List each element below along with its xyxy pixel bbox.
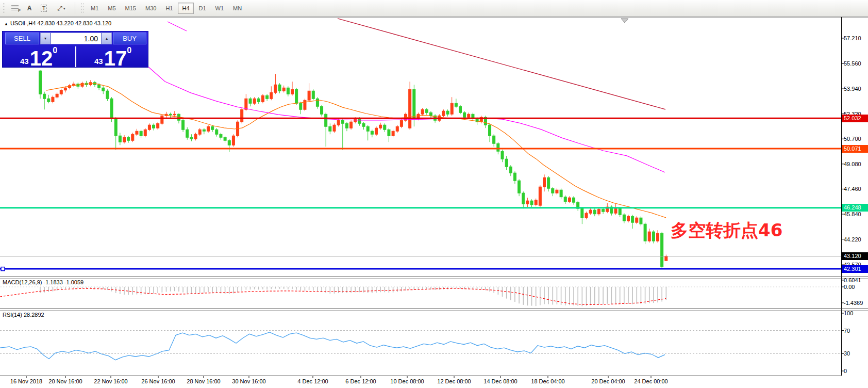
descending-trendline[interactable]	[338, 19, 665, 109]
candle-body	[148, 125, 151, 130]
ma-fragment	[168, 22, 187, 31]
candle-body	[421, 109, 424, 114]
candle-body	[249, 99, 252, 103]
candle-body	[535, 200, 537, 205]
one-click-collapse-icon[interactable]: ▲	[4, 22, 8, 26]
buy-price-display[interactable]: 43 17 0	[77, 45, 149, 68]
candle-body	[106, 91, 109, 99]
candle-body	[526, 201, 529, 204]
ma-slow-magenta-line	[148, 67, 665, 172]
macd-label: MACD(12,26,9) -1.1833 -1.0059	[3, 279, 84, 285]
candle-body	[337, 120, 340, 125]
candle-body	[304, 100, 306, 109]
sell-price-prefix: 43	[20, 57, 29, 67]
candle-body	[194, 134, 197, 139]
candle-body	[186, 130, 189, 137]
rsi-scale-label: 100	[844, 310, 853, 317]
candle-body	[388, 130, 390, 136]
candle-body	[270, 92, 273, 99]
time-tick-label: 16 Nov 2018	[10, 378, 42, 384]
quantity-increase-button[interactable]: ▴	[102, 33, 112, 44]
rsi-scale-label: 30	[844, 350, 850, 357]
time-tick-label: 28 Nov 16:00	[187, 378, 220, 384]
price-tick-label: 55.560	[844, 60, 861, 67]
rsi-line	[0, 332, 665, 360]
candle-body	[581, 208, 583, 218]
rsi-label: RSI(14) 28.2892	[3, 312, 44, 318]
candle-body	[123, 137, 126, 142]
price-tick-label: 44.220	[844, 236, 861, 243]
candle-body	[366, 126, 369, 131]
candle-body	[593, 210, 596, 214]
candle-body	[358, 119, 361, 123]
candle-body	[253, 99, 256, 103]
candle-body	[585, 213, 588, 218]
candle-body	[291, 89, 294, 94]
time-tick-label: 20 Nov 16:00	[48, 378, 82, 384]
candle-body	[505, 159, 508, 167]
chart-shift-marker-icon[interactable]	[621, 19, 628, 23]
candle-body	[127, 137, 130, 140]
candle-body	[442, 111, 445, 116]
candle-body	[278, 85, 281, 91]
price-divider	[75, 46, 76, 67]
candle-body	[602, 209, 605, 212]
candle-body	[409, 89, 411, 128]
candle-body	[173, 114, 176, 115]
candle-body	[573, 198, 575, 202]
time-tick-label: 14 Dec 08:00	[483, 378, 517, 384]
candle-body	[43, 94, 46, 99]
candle-body	[547, 177, 550, 188]
candle-body	[136, 131, 138, 134]
rsi-scale-label: 70	[844, 327, 850, 334]
time-tick-label: 26 Nov 16:00	[141, 378, 175, 384]
candle-body	[429, 112, 432, 116]
mt4-window: { "toolbar": { "tools": [ {"name": "indi…	[0, 0, 868, 388]
candle-body	[636, 218, 638, 222]
candle-body	[282, 88, 285, 91]
candle-body	[81, 83, 84, 86]
candle-body	[493, 136, 495, 143]
candle-body	[665, 256, 667, 261]
candle-body	[652, 232, 655, 241]
quantity-decrease-button[interactable]: ▾	[40, 33, 51, 44]
candle-body	[459, 106, 462, 112]
candle-body	[455, 103, 457, 106]
time-tick-label: 22 Nov 16:00	[94, 378, 127, 384]
candle-body	[325, 114, 327, 126]
buy-button[interactable]: BUY	[113, 33, 146, 44]
price-badge-52.032: 52.032	[842, 115, 868, 122]
candle-body	[228, 140, 230, 145]
candle-body	[568, 198, 571, 201]
candle-body	[556, 190, 558, 193]
candle-body	[463, 112, 466, 117]
price-tick-label: 49.080	[844, 160, 861, 168]
candle-body	[627, 216, 630, 221]
candle-body	[140, 131, 142, 136]
candle-body	[375, 128, 378, 134]
symbol-ohlc-line: ▲USOil-,H4 42.830 43.220 42.830 43.120	[4, 20, 111, 26]
macd-signal-line	[0, 288, 666, 305]
candle-body	[287, 88, 289, 94]
macd-scale-label: 0.00	[844, 283, 855, 290]
candle-body	[648, 232, 650, 241]
time-tick-label: 24 Dec 00:00	[634, 378, 667, 384]
candle-body	[497, 143, 499, 151]
macd-scale-label: 0.6041	[844, 277, 861, 284]
candle-body	[203, 130, 205, 131]
buy-price-prefix: 43	[94, 57, 103, 67]
time-tick-label: 20 Dec 04:00	[591, 378, 625, 384]
candle-body	[589, 210, 592, 213]
sell-price-display[interactable]: 43 12 0	[3, 45, 75, 68]
candle-body	[501, 151, 504, 159]
quantity-input[interactable]: 1.00	[51, 33, 102, 44]
price-badge-46.248: 46.248	[842, 204, 868, 212]
candle-body	[190, 137, 193, 139]
candle-body	[333, 125, 336, 131]
candle-body	[316, 99, 319, 106]
candle-body	[321, 106, 323, 114]
level-line-handle[interactable]	[1, 267, 5, 271]
sell-button[interactable]: SELL	[5, 33, 39, 44]
candle-body	[614, 208, 617, 213]
candle-body	[329, 126, 331, 131]
